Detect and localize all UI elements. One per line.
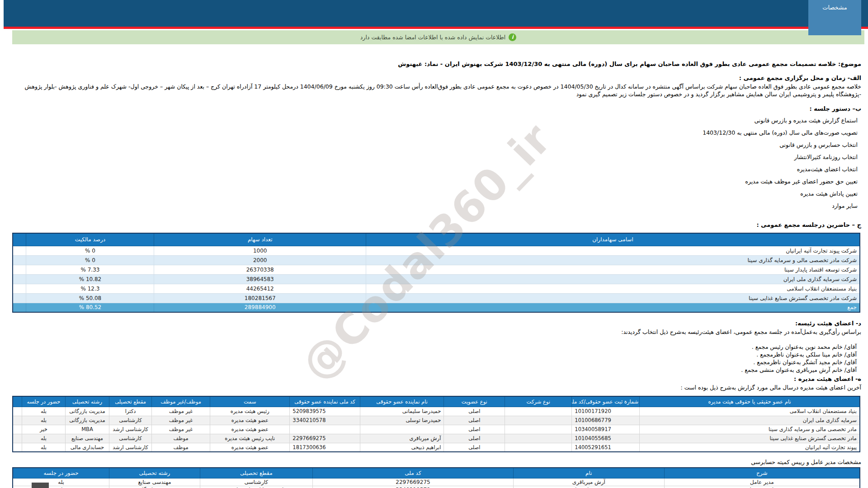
red-divider <box>4 27 868 29</box>
table-cell <box>290 425 360 434</box>
table-cell <box>13 274 26 284</box>
table-cell: غیر موظف <box>151 416 210 425</box>
table-cell: 2297669275 <box>312 478 513 486</box>
table-header-row: اسامی سهامدارانتعداد سهامدرصد مالکیت <box>13 233 860 246</box>
agenda-list: استماع گزارش هیئت مدیره و بازرس قانونیتص… <box>7 117 861 210</box>
table-cell <box>13 246 26 255</box>
table-cell: % 12.3 <box>26 284 154 293</box>
table-cell <box>360 425 444 434</box>
table-cell: مدیر عامل <box>664 478 860 486</box>
table-cell: % 0 <box>26 246 154 255</box>
table-cell: دانشجوی کارشناسی ارشد <box>200 486 312 488</box>
table-cell: ابراهیم ذبیحی <box>360 443 444 452</box>
ceo-section-title: مشخصات مدیر عامل و رییس کمیته حسابرسی <box>7 459 861 465</box>
table-cell: رییس کمیته حسابرسی <box>664 486 860 488</box>
column-header: کد ملی <box>312 468 513 478</box>
notice-text: اطلاعات نمایش داده شده با اطلاعات امضا ش… <box>360 34 505 41</box>
ceo-audit-table: شرحنامکد ملیمقطع تحصیلیرشته تحصیلیحضور د… <box>12 467 860 488</box>
tab-specifications-label: مشخصات <box>822 4 847 11</box>
table-cell: مهندسی صنایع <box>109 478 200 486</box>
column-header: نوع شرکت <box>505 396 572 407</box>
table-cell: شرکت مادر تخصصی مالی و سرمایه گذاری سینا <box>366 255 860 265</box>
table-row: شرکت مادر تخصصی گسترش صنایع غذایی سینا18… <box>13 293 860 303</box>
subject-line: موضوع: خلاصه تصمیمات مجمع عمومی عادی بطو… <box>7 61 861 67</box>
table-cell: کارشناسی ارشد <box>109 443 152 452</box>
table-cell: 3340210578 <box>312 486 513 488</box>
table-cell <box>13 293 26 303</box>
signature-match-notice: i اطلاعات نمایش داده شده با اطلاعات امضا… <box>12 30 864 44</box>
top-navy-bar <box>4 0 868 27</box>
table-cell: شرکت پیوند تجارت آتیه ایرانیان <box>366 246 860 255</box>
table-cell: حمیدرضا سلیمانی <box>360 407 444 416</box>
table-cell: عضو هیئت مدیره <box>210 425 290 434</box>
table-cell: 10100686779 <box>572 416 640 425</box>
tab-specifications[interactable]: مشخصات <box>808 0 861 35</box>
table-cell: اصلی <box>444 443 505 452</box>
table-cell: 10104055685 <box>572 434 640 443</box>
table-cell: حمیدرضا توسلی <box>360 416 444 425</box>
table-cell <box>505 425 572 434</box>
table-cell <box>13 265 26 274</box>
info-icon: i <box>509 33 516 41</box>
table-cell: 38964583 <box>154 274 366 284</box>
section-d-intro: براساس رأی‌گیری به‌عمل‌آمده در جلسة مجمع… <box>7 328 861 336</box>
column-header: نوع عضویت <box>444 396 505 407</box>
page-header: مشخصات <box>0 0 868 29</box>
table-cell: اصلی <box>444 416 505 425</box>
table-cell: شرکت توسعه اقتصاد پایدار سینا <box>366 265 860 274</box>
table-row: مادر تخصصی مالی و سرمایه گذاری سینا10340… <box>13 425 860 434</box>
table-cell: شرکت مادر تخصصی گسترش صنایع غذایی سینا <box>366 293 860 303</box>
column-header <box>13 233 26 246</box>
table-cell <box>13 443 22 452</box>
list-item: آقای/ خانم آرش میرباقری به‌عنوان منشی مج… <box>7 366 857 374</box>
table-cell: بله <box>22 434 66 443</box>
list-item: آقای/ خانم مجید آتشگر به‌عنوان ناظرمجمع … <box>7 358 857 366</box>
table-cell: آرش میرباقری <box>360 434 444 443</box>
table-cell <box>13 303 26 312</box>
section-c-title: ج – حاضرین درجلسه مجمع عمومی : <box>7 221 861 228</box>
table-cell: 44265412 <box>154 284 366 293</box>
table-cell: اصلی <box>444 407 505 416</box>
table-cell: بنیاد مستضعفان انقلاب اسلامی <box>640 407 860 416</box>
column-header: کد ملی نماینده عضو حقوقی <box>290 396 360 407</box>
table-row: سرمایه گذاری ملی ایران10100686779اصلیحمی… <box>13 416 860 425</box>
table-cell: غیر موظف <box>151 425 210 434</box>
list-item: آقای/ خانم مینا سلکی به‌عنوان ناظرمجمع . <box>7 351 857 358</box>
section-a-title: الف- زمان و محل برگزاری مجمع عمومی : <box>7 75 861 81</box>
table-cell: شرکت سرمایه گذاری ملی ایران <box>366 274 860 284</box>
column-header: حضور در جلسه <box>22 396 66 407</box>
list-item: استماع گزارش هیئت مدیره و بازرس قانونی <box>7 117 858 124</box>
table-cell: کارشناسی <box>109 434 152 443</box>
column-header: شرح <box>664 468 860 478</box>
list-item: تصویب صورت‌های مالی سال (دوره) مالی منته… <box>7 129 858 136</box>
table-cell: 14005291651 <box>572 443 640 452</box>
table-cell: عضو هیئت مدیره <box>210 416 290 425</box>
table-cell <box>13 425 22 434</box>
table-cell: 289884900 <box>154 303 366 312</box>
column-header <box>13 396 22 407</box>
table-cell: 180281567 <box>154 293 366 303</box>
section-e-intro: آخرین اعضای هیئت مدیره درسال مالی مورد گ… <box>7 384 861 391</box>
table-cell: کارشناسی ارشد <box>109 425 152 434</box>
table-cell: بله <box>22 416 66 425</box>
column-header: نام عضو حقیقی یا حقوقی هیئت مدیره <box>640 396 860 407</box>
column-header: نام <box>514 468 665 478</box>
table-cell: 2297669275 <box>290 434 360 443</box>
table-cell: 26370338 <box>154 265 366 274</box>
table-cell: بنیاد مستضعفان انقلاب اسلامی <box>366 284 860 293</box>
column-header: تعداد سهام <box>154 233 366 246</box>
column-header: حضور در جلسه <box>13 468 109 478</box>
table-cell: نایب رئیس هیئت مدیره <box>210 434 290 443</box>
table-cell <box>505 434 572 443</box>
table-cell: بله <box>22 407 66 416</box>
table-cell: 10340058917 <box>572 425 640 434</box>
column-header: مقطع تحصیلی <box>109 396 152 407</box>
table-cell: 1817300636 <box>290 443 360 452</box>
attendees-table: اسامی سهامدارانتعداد سهامدرصد مالکیتشرکت… <box>12 233 860 313</box>
table-cell <box>505 443 572 452</box>
table-cell: مدیریت بازرگانی <box>65 416 109 425</box>
table-cell: حسابداری مالی <box>65 443 109 452</box>
table-cell: % 80.52 <box>26 303 154 312</box>
list-item: انتخاب اعضای هیئت‌مدیره <box>7 165 858 173</box>
table-row: بنیاد مستضعفان انقلاب اسلامی44265412% 12… <box>13 284 860 293</box>
